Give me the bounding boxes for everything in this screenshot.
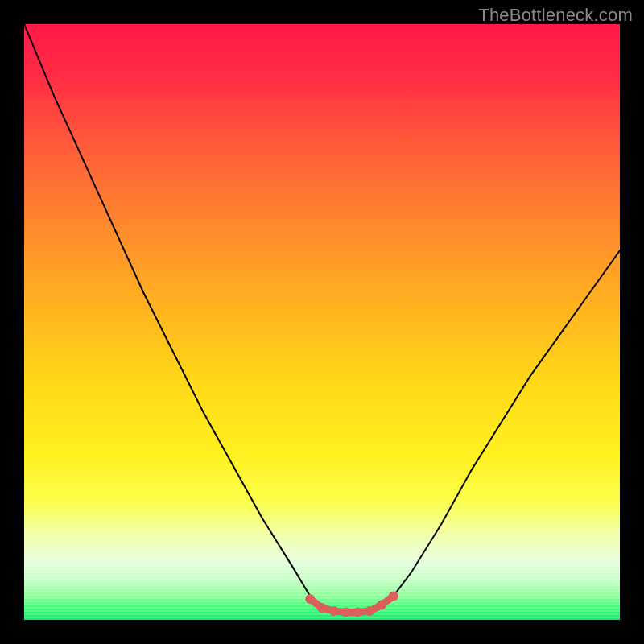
attribution-watermark: TheBottleneck.com xyxy=(478,5,633,26)
optimal-marker-dot xyxy=(353,607,362,617)
optimal-marker-dot xyxy=(341,607,351,617)
optimal-marker-dot xyxy=(389,591,398,601)
bottleneck-curve-svg xyxy=(24,24,620,620)
optimal-marker-dot xyxy=(317,603,327,613)
optimal-marker-dot xyxy=(365,606,374,616)
optimal-marker-dot xyxy=(377,601,386,610)
optimal-marker-dot xyxy=(305,594,315,604)
bottleneck-curve xyxy=(24,24,620,614)
chart-frame: TheBottleneck.com xyxy=(0,0,644,644)
optimal-marker xyxy=(305,591,398,617)
plot-area xyxy=(24,24,620,620)
optimal-marker-dot xyxy=(329,606,339,616)
